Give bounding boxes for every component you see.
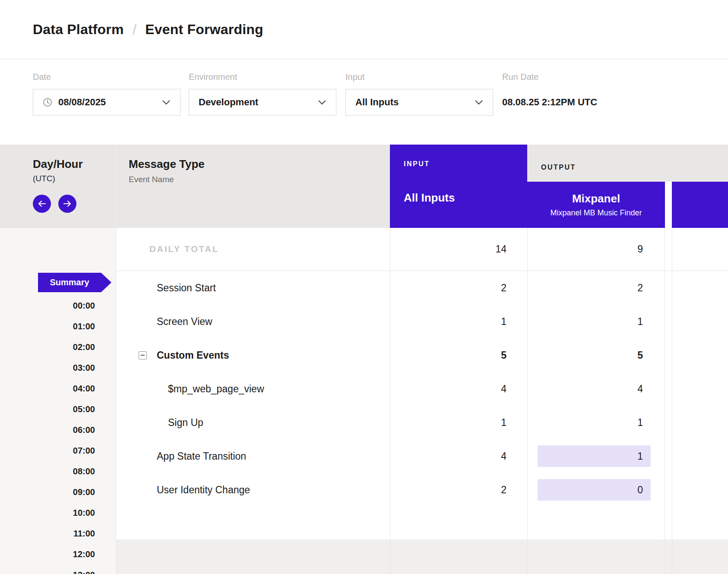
breadcrumb-page: Event Forwarding: [145, 22, 263, 38]
column-gap: [665, 439, 672, 473]
event-name: User Identity Change: [157, 484, 250, 496]
hour-label[interactable]: 06:00: [0, 419, 95, 440]
message-type-title: Message Type: [129, 158, 205, 171]
output-column-header[interactable]: Mixpanel Mixpanel MB Music Finder: [527, 182, 665, 228]
previous-day-button[interactable]: [33, 195, 51, 213]
input-column-header[interactable]: INPUT All Inputs: [390, 145, 527, 228]
output-cell: 0: [527, 473, 665, 507]
input-filter: Input All Inputs: [345, 72, 493, 116]
input-count: 2: [390, 473, 527, 507]
input-count: 1: [390, 305, 527, 338]
event-name: App State Transition: [157, 451, 246, 462]
output-cell: 1: [527, 406, 665, 439]
input-dropdown-value: All Inputs: [355, 97, 468, 108]
daily-total-label: DAILY TOTAL: [116, 228, 390, 271]
collapse-minus-icon[interactable]: [139, 351, 147, 360]
hour-label[interactable]: 05:00: [0, 399, 95, 419]
breadcrumb-separator: /: [133, 21, 137, 38]
hour-label[interactable]: 11:00: [0, 523, 95, 544]
column-gap: [665, 228, 672, 271]
filler-cell: [672, 507, 728, 539]
event-forwarding-page: Data Platform / Event Forwarding Date 08…: [0, 0, 728, 574]
output-count: 1: [538, 311, 651, 332]
input-column-eyebrow: INPUT: [404, 160, 513, 168]
run-date: Run Date 08.08.25 2:12PM UTC: [502, 72, 597, 116]
hour-label[interactable]: 12:00: [0, 544, 95, 565]
event-name: Custom Events: [157, 350, 229, 361]
hour-label[interactable]: 08:00: [0, 461, 95, 482]
day-hour-sidebar: Summary 00:00 01:00 02:00 03:00 04:00 05…: [0, 228, 116, 574]
input-count: 4: [390, 372, 527, 406]
event-row: $mp_web_page_view 4 4: [116, 372, 728, 406]
input-count: 1: [390, 406, 527, 439]
date-filter: Date 08/08/2025: [33, 72, 180, 116]
footer-cell: [527, 539, 665, 574]
event-row: Screen View 1 1: [116, 305, 728, 338]
environment-filter-label: Environment: [189, 72, 336, 82]
rows-filler: [116, 507, 728, 539]
column-gap: [665, 271, 672, 305]
clock-icon: [43, 98, 52, 107]
chevron-down-icon: [162, 100, 171, 105]
output-column-subtitle: Mixpanel MB Music Finder: [550, 208, 642, 218]
event-name-cell: App State Transition: [116, 439, 390, 473]
event-name-cell: Custom Events: [116, 338, 390, 372]
day-hour-subtitle: (UTC): [33, 174, 115, 183]
partial-column-cell: [672, 338, 728, 372]
hour-label[interactable]: 09:00: [0, 482, 95, 502]
output-cell: 2: [527, 271, 665, 305]
next-output-column-partial[interactable]: [672, 182, 728, 228]
event-name-cell: $mp_web_page_view: [116, 372, 390, 406]
hour-label[interactable]: 04:00: [0, 378, 95, 399]
hour-label[interactable]: 13:00: [0, 565, 95, 574]
column-gap: [665, 182, 672, 228]
breadcrumb-section[interactable]: Data Platform: [33, 22, 124, 38]
output-cell: 4: [527, 372, 665, 406]
column-gap: [665, 473, 672, 507]
daily-total-output-cell: 9: [527, 228, 665, 271]
hour-label[interactable]: 02:00: [0, 337, 95, 357]
output-count: 0: [538, 479, 651, 501]
input-count: 4: [390, 439, 527, 473]
table-footer-band: [116, 539, 728, 574]
hour-label[interactable]: 00:00: [0, 295, 95, 316]
output-cell: 1: [527, 439, 665, 473]
event-name: Screen View: [157, 316, 212, 328]
output-count: 4: [538, 378, 651, 400]
breadcrumb: Data Platform / Event Forwarding: [33, 21, 263, 38]
column-gap: [665, 338, 672, 372]
table-header: Day/Hour (UTC) Message Type Event Name: [0, 145, 728, 228]
daily-total-input-value: 14: [390, 228, 527, 271]
next-day-button[interactable]: [58, 195, 76, 213]
footer-cell: [116, 539, 390, 574]
column-gap: [665, 507, 672, 539]
column-gap: [665, 539, 672, 574]
hour-label[interactable]: 07:00: [0, 440, 95, 461]
hour-label[interactable]: 03:00: [0, 357, 95, 378]
summary-tab[interactable]: Summary: [38, 273, 111, 292]
event-name: $mp_web_page_view: [168, 383, 264, 395]
run-date-label: Run Date: [502, 72, 597, 82]
message-type-subtitle: Event Name: [129, 175, 205, 184]
partial-column-cell: [672, 473, 728, 507]
environment-dropdown[interactable]: Development: [189, 89, 336, 116]
day-hour-title: Day/Hour: [33, 158, 115, 171]
hour-label[interactable]: 10:00: [0, 502, 95, 523]
date-dropdown-value: 08/08/2025: [58, 97, 156, 108]
hour-label[interactable]: 01:00: [0, 316, 95, 337]
footer-cell: [672, 539, 728, 574]
column-gap: [665, 305, 672, 338]
event-name-cell: User Identity Change: [116, 473, 390, 507]
output-cell: 1: [527, 305, 665, 338]
event-name-cell: Session Start: [116, 271, 390, 305]
run-date-value: 08.08.25 2:12PM UTC: [502, 89, 597, 116]
date-dropdown[interactable]: 08/08/2025: [33, 89, 180, 116]
column-gap: [665, 406, 672, 439]
input-dropdown[interactable]: All Inputs: [345, 89, 493, 116]
partial-column-cell: [672, 439, 728, 473]
event-row: Custom Events 5 5: [116, 338, 728, 372]
input-count: 2: [390, 271, 527, 305]
event-name: Sign Up: [168, 417, 203, 429]
partial-column-cell: [672, 406, 728, 439]
output-count: 5: [538, 344, 651, 366]
